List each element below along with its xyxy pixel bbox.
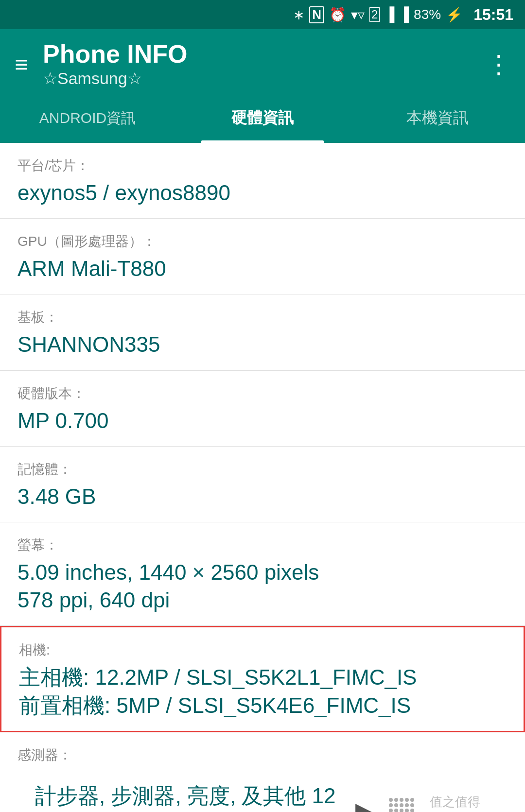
- gpu-label: GPU（圖形處理器）：: [18, 232, 508, 251]
- camera-section: 相機: 主相機: 12.2MP / SLSI_S5K2L1_FIMC_IS 前置…: [0, 626, 525, 732]
- hardware-version-value: MP 0.700: [18, 407, 508, 434]
- play-button[interactable]: ▶: [355, 797, 373, 812]
- tab-hardware[interactable]: 硬體資訊: [175, 99, 350, 143]
- main-content: 平台/芯片： exynos5 / exynos8890 GPU（圖形處理器）： …: [0, 143, 525, 812]
- more-options-icon[interactable]: ⋮: [486, 50, 510, 79]
- screen-label: 螢幕：: [18, 536, 508, 554]
- gpu-value: ARM Mali-T880: [18, 255, 508, 282]
- camera-label: 相機:: [19, 641, 506, 659]
- gpu-section: GPU（圖形處理器）： ARM Mali-T880: [0, 219, 525, 294]
- camera-value: 主相機: 12.2MP / SLSI_S5K2L1_FIMC_IS 前置相機: …: [19, 663, 506, 719]
- grid-icon: [389, 798, 414, 812]
- app-title-area: Phone INFO ☆Samsung☆: [43, 40, 486, 87]
- cpu-label: 平台/芯片：: [18, 156, 508, 175]
- sim2-icon: 2: [369, 7, 380, 22]
- baseband-label: 基板：: [18, 308, 508, 327]
- tab-device[interactable]: 本機資訊: [350, 99, 525, 143]
- app-title: Phone INFO: [43, 40, 486, 68]
- status-icons: ∗ N ⏰ ▾▿ 2 ▐ ▐ 83% ⚡ 15:51: [293, 6, 513, 24]
- sim-card-icon: ▐: [399, 7, 409, 22]
- sensor-label: 感測器：: [18, 746, 508, 764]
- sensor-section: 感測器： 計步器, 步測器, 亮度, 及其他 12 個 ▶ 值之值得买: [0, 732, 525, 812]
- sensor-bottom-row: 計步器, 步測器, 亮度, 及其他 12 個 ▶ 值之值得买: [18, 768, 508, 812]
- cpu-value: exynos5 / exynos8890: [18, 179, 508, 207]
- screen-section: 螢幕： 5.09 inches, 1440 × 2560 pixels 578 …: [0, 522, 525, 626]
- charging-icon: ⚡: [446, 7, 463, 23]
- baseband-section: 基板： SHANNON335: [0, 294, 525, 370]
- hamburger-menu-icon[interactable]: ≡: [15, 51, 28, 78]
- screen-value: 5.09 inches, 1440 × 2560 pixels 578 ppi,…: [18, 558, 508, 614]
- alarm-icon: ⏰: [329, 7, 346, 23]
- sensor-value: 計步器, 步測器, 亮度, 及其他 12 個: [35, 782, 355, 812]
- status-bar: ∗ N ⏰ ▾▿ 2 ▐ ▐ 83% ⚡ 15:51: [0, 0, 525, 29]
- hardware-version-label: 硬體版本：: [18, 384, 508, 403]
- baseband-value: SHANNON335: [18, 330, 508, 358]
- memory-value: 3.48 GB: [18, 483, 508, 510]
- cpu-section: 平台/芯片： exynos5 / exynos8890: [0, 143, 525, 219]
- tab-android[interactable]: ANDROID資訊: [0, 99, 175, 143]
- app-subtitle: ☆Samsung☆: [43, 69, 486, 88]
- battery-text: 83%: [414, 7, 441, 22]
- time-display: 15:51: [473, 6, 513, 24]
- bluetooth-icon: ∗: [293, 7, 304, 23]
- watermark: 值之值得买: [430, 794, 490, 812]
- app-bar: ≡ Phone INFO ☆Samsung☆ ⋮: [0, 29, 525, 99]
- hardware-version-section: 硬體版本： MP 0.700: [0, 371, 525, 447]
- memory-label: 記憶體：: [18, 460, 508, 479]
- memory-section: 記憶體： 3.48 GB: [0, 447, 525, 522]
- wifi-icon: ▾▿: [351, 7, 365, 23]
- nfc-icon: N: [309, 6, 324, 23]
- signal-icon: ▐: [385, 7, 394, 22]
- tab-bar: ANDROID資訊 硬體資訊 本機資訊: [0, 99, 525, 143]
